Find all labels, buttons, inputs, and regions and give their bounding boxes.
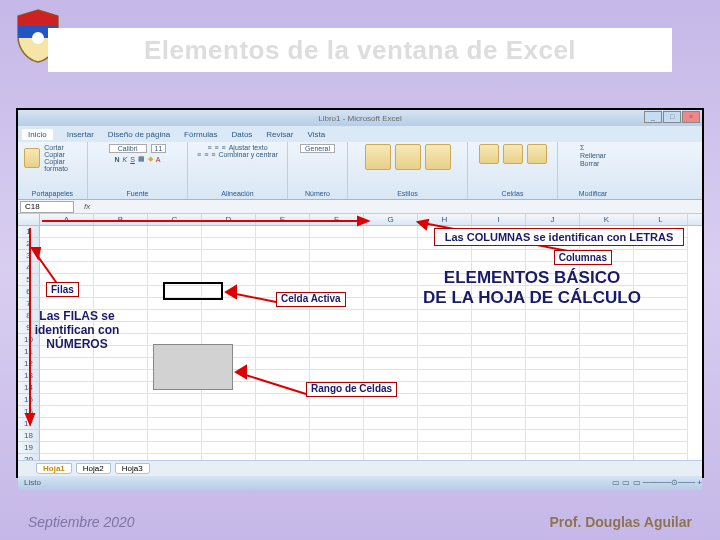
bold-icon[interactable]: N	[114, 156, 119, 163]
svg-marker-8	[358, 217, 368, 225]
tab-insertar[interactable]: Insertar	[67, 130, 94, 139]
insert-cells-icon[interactable]	[479, 144, 499, 164]
tab-inicio[interactable]: Inicio	[22, 129, 53, 140]
tab-datos[interactable]: Datos	[231, 130, 252, 139]
format-painter-label[interactable]: Copiar formato	[44, 158, 81, 172]
group-celdas: Celdas	[468, 142, 558, 199]
border-icon[interactable]: ▦	[138, 155, 145, 163]
conditional-format-icon[interactable]	[365, 144, 391, 170]
cut-label[interactable]: Cortar	[44, 144, 81, 151]
sheet-tab-1[interactable]: Hoja1	[36, 463, 72, 474]
rows-label: Filas	[46, 282, 79, 297]
group-alineacion: ≡ ≡ ≡ Ajustar texto ≡ ≡ ≡ Combinar y cen…	[188, 142, 288, 199]
autosum-label[interactable]: Σ	[580, 144, 584, 151]
font-name-selector[interactable]: Calibri	[109, 144, 147, 153]
number-format-selector[interactable]: General	[300, 144, 335, 153]
group-fuente: Calibri 11 N K S ▦ ◆ A Fuente	[88, 142, 188, 199]
font-color-icon[interactable]: A	[156, 156, 161, 163]
footer-date: Septiembre 2020	[28, 514, 135, 530]
title-bar: Elementos de la ventana de Excel	[48, 28, 672, 72]
underline-icon[interactable]: S	[130, 156, 135, 163]
merge-center-label[interactable]: Combinar y centrar	[218, 151, 278, 158]
paste-icon[interactable]	[24, 148, 40, 168]
align-top-icon[interactable]: ≡	[207, 144, 211, 151]
svg-marker-4	[32, 248, 40, 258]
rows-note: Las FILAS se identifican con NÚMEROS	[22, 310, 132, 351]
status-text: Listo	[24, 476, 41, 490]
slide-title: Elementos de la ventana de Excel	[144, 35, 576, 66]
svg-point-0	[32, 32, 44, 44]
align-bottom-icon[interactable]: ≡	[222, 144, 226, 151]
active-cell-label: Celda Activa	[276, 292, 346, 307]
group-estilos: Estilos	[348, 142, 468, 199]
align-right-icon[interactable]: ≡	[211, 151, 215, 158]
svg-marker-2	[418, 220, 428, 229]
tab-diseno[interactable]: Diseño de página	[108, 130, 170, 139]
sheet-tabs: Hoja1 Hoja2 Hoja3	[18, 460, 702, 476]
align-middle-icon[interactable]: ≡	[214, 144, 218, 151]
group-modificar: Σ Rellenar Borrar Modificar	[558, 142, 628, 199]
subtitle-line1: ELEMENTOS BÁSICO	[402, 268, 662, 288]
columns-label: Columnas	[554, 250, 612, 265]
window-title: Libro1 - Microsoft Excel	[318, 114, 402, 123]
group-portapapeles: Cortar Copiar Copiar formato Portapapele…	[18, 142, 88, 199]
format-cells-icon[interactable]	[527, 144, 547, 164]
table-format-icon[interactable]	[395, 144, 421, 170]
formula-bar: C18 fx	[18, 200, 702, 214]
footer-author: Prof. Douglas Aguilar	[549, 514, 692, 530]
ribbon-tabs: Inicio Insertar Diseño de página Fórmula…	[18, 126, 702, 142]
svg-marker-12	[236, 366, 246, 378]
spreadsheet-grid[interactable]: A B C D E F G H I J K L 1234567891011121…	[18, 214, 702, 460]
align-center-icon[interactable]: ≡	[204, 151, 208, 158]
cell-styles-icon[interactable]	[425, 144, 451, 170]
italic-icon[interactable]: K	[123, 156, 128, 163]
fill-label[interactable]: Rellenar	[580, 152, 606, 159]
maximize-button[interactable]: □	[663, 111, 681, 123]
subtitle-line2: DE LA HOJA DE CÁLCULO	[402, 288, 662, 308]
tab-revisar[interactable]: Revisar	[266, 130, 293, 139]
ribbon: Cortar Copiar Copiar formato Portapapele…	[18, 142, 702, 200]
zoom-controls[interactable]: ▭ ▭ ▭ ─────⊙─── +	[612, 476, 702, 490]
wrap-text-label[interactable]: Ajustar texto	[229, 144, 268, 151]
excel-titlebar: Libro1 - Microsoft Excel _ □ ×	[18, 110, 702, 126]
minimize-button[interactable]: _	[644, 111, 662, 123]
delete-cells-icon[interactable]	[503, 144, 523, 164]
fx-icon[interactable]: fx	[84, 202, 90, 211]
range-label: Rango de Celdas	[306, 382, 397, 397]
tab-vista[interactable]: Vista	[307, 130, 325, 139]
group-numero: General Número	[288, 142, 348, 199]
font-size-selector[interactable]: 11	[151, 144, 167, 153]
svg-marker-10	[226, 286, 236, 298]
sheet-tab-2[interactable]: Hoja2	[76, 463, 111, 474]
clear-label[interactable]: Borrar	[580, 160, 599, 167]
align-left-icon[interactable]: ≡	[197, 151, 201, 158]
columns-note: Las COLUMNAS se identifican con LETRAS	[434, 228, 684, 246]
close-button[interactable]: ×	[682, 111, 700, 123]
tab-formulas[interactable]: Fórmulas	[184, 130, 217, 139]
status-bar: Listo ▭ ▭ ▭ ─────⊙─── +	[18, 476, 702, 490]
name-box[interactable]: C18	[20, 201, 74, 213]
svg-marker-6	[26, 414, 34, 424]
copy-label[interactable]: Copiar	[44, 151, 81, 158]
excel-window: Libro1 - Microsoft Excel _ □ × Inicio In…	[16, 108, 704, 478]
sheet-tab-3[interactable]: Hoja3	[115, 463, 150, 474]
fill-icon[interactable]: ◆	[148, 155, 153, 163]
